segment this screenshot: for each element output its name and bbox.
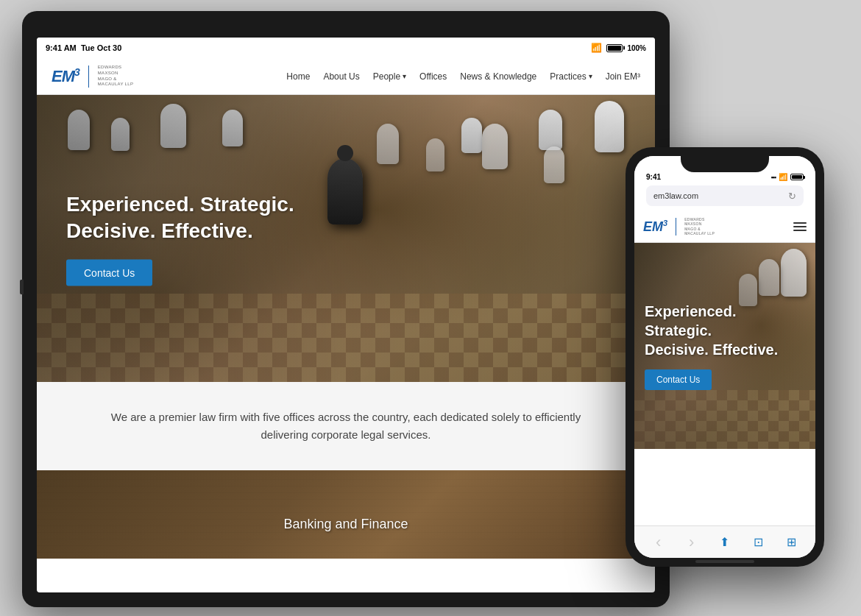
- phone-logo[interactable]: EM3 EDWARDSMAXSONMAGO &MACAULAY LLP: [643, 217, 715, 236]
- logo-divider: [88, 66, 89, 88]
- tablet-status-right: 📶 100%: [591, 43, 646, 53]
- phone-wifi-icon: 📶: [779, 173, 787, 181]
- phone-hero-headline: Experienced.Strategic.Decisive. Effectiv…: [645, 302, 778, 359]
- tabs-icon: ⊞: [787, 535, 796, 549]
- phone-hero: Experienced.Strategic.Decisive. Effectiv…: [634, 243, 815, 449]
- tablet-screen: 9:41 AM Tue Oct 30 📶 100% EM3 EDWARDSMAX…: [37, 38, 655, 592]
- back-button[interactable]: ‹: [648, 532, 669, 553]
- phone-refresh-icon[interactable]: ↻: [788, 191, 796, 202]
- money-lines: [37, 470, 655, 559]
- tablet-device: 9:41 AM Tue Oct 30 📶 100% EM3 EDWARDSMAX…: [22, 11, 670, 607]
- forward-button[interactable]: ›: [681, 532, 702, 553]
- bookmarks-button[interactable]: ⊡: [748, 532, 768, 553]
- nav-people[interactable]: People: [373, 71, 406, 82]
- signal-bars-icon: ▪▪▪: [770, 174, 776, 181]
- tablet-time: 9:41 AM Tue Oct 30: [46, 43, 121, 52]
- bookmarks-icon: ⊡: [754, 535, 763, 549]
- hamburger-line-2: [793, 226, 807, 227]
- battery-percent: 100%: [627, 44, 646, 52]
- phone-logo-divider: [676, 218, 676, 236]
- hamburger-line-1: [793, 222, 807, 224]
- phone-battery-tip: [804, 176, 805, 179]
- tablet-bottom-section: Banking and Finance: [37, 470, 655, 559]
- forward-icon: ›: [689, 534, 694, 550]
- phone-device: 9:41 ▪▪▪ 📶 em3law.com ↻ EM3: [626, 147, 824, 567]
- tablet-hero-headline: Experienced. Strategic.Decisive. Effecti…: [66, 191, 294, 245]
- share-icon: ⬆: [720, 535, 729, 549]
- tablet-description-text: We are a premier law firm with five offi…: [110, 408, 581, 444]
- phone-notch: [681, 156, 769, 172]
- tablet-hero: Experienced. Strategic.Decisive. Effecti…: [37, 95, 655, 382]
- phone-toolbar: ‹ › ⬆ ⊡ ⊞: [634, 525, 815, 558]
- phone-url: em3law.com: [653, 191, 698, 200]
- tablet-contact-button[interactable]: Contact Us: [66, 259, 152, 286]
- phone-nav: EM3 EDWARDSMAXSONMAGO &MACAULAY LLP: [634, 210, 815, 243]
- hamburger-line-3: [793, 230, 807, 231]
- phone-battery-icon: [790, 174, 804, 180]
- phone-screen: 9:41 ▪▪▪ 📶 em3law.com ↻ EM3: [634, 156, 815, 558]
- battery-icon: [606, 44, 623, 52]
- nav-join[interactable]: Join EM³: [606, 71, 640, 82]
- nav-news[interactable]: News & Knowledge: [460, 71, 536, 82]
- phone-contact-button[interactable]: Contact Us: [645, 369, 712, 390]
- phone-logo-text: EDWARDSMAXSONMAGO &MACAULAY LLP: [684, 217, 715, 236]
- phone-address-wrapper: em3law.com ↻: [634, 184, 815, 208]
- tablet-side-button[interactable]: [20, 280, 24, 294]
- nav-home[interactable]: Home: [286, 71, 310, 82]
- battery-fill: [608, 46, 621, 51]
- nav-about[interactable]: About Us: [323, 71, 359, 82]
- phone-status-right: ▪▪▪ 📶: [770, 173, 804, 181]
- tablet-logo[interactable]: EM3 EDWARDSMAXSONMAGO &MACAULAY LLP: [52, 65, 133, 88]
- hamburger-menu-button[interactable]: [793, 222, 807, 231]
- nav-links: Home About Us People Offices News & Know…: [286, 71, 640, 82]
- logo-em3-text: EM3: [52, 66, 79, 86]
- tablet-status-bar: 9:41 AM Tue Oct 30 📶 100%: [37, 38, 655, 58]
- phone-home-indicator: [695, 560, 754, 563]
- logo-company-name: EDWARDSMAXSONMAGO &MACAULAY LLP: [98, 65, 133, 88]
- share-button[interactable]: ⬆: [715, 532, 735, 553]
- nav-offices[interactable]: Offices: [419, 71, 447, 82]
- phone-hero-text: Experienced.Strategic.Decisive. Effectiv…: [645, 302, 778, 390]
- wifi-icon: 📶: [591, 43, 602, 53]
- tablet-nav: EM3 EDWARDSMAXSONMAGO &MACAULAY LLP Home…: [37, 58, 655, 95]
- phone-logo-em3: EM3: [643, 219, 667, 235]
- phone-time: 9:41: [646, 173, 661, 181]
- tablet-hero-text: Experienced. Strategic.Decisive. Effecti…: [66, 191, 294, 286]
- phone-address-bar[interactable]: em3law.com ↻: [646, 185, 804, 206]
- back-icon: ‹: [656, 534, 661, 550]
- tablet-description: We are a premier law firm with five offi…: [37, 382, 655, 470]
- banking-finance-label: Banking and Finance: [283, 517, 408, 532]
- nav-practices[interactable]: Practices: [550, 71, 592, 82]
- tabs-button[interactable]: ⊞: [781, 532, 801, 553]
- phone-battery-fill: [792, 175, 802, 179]
